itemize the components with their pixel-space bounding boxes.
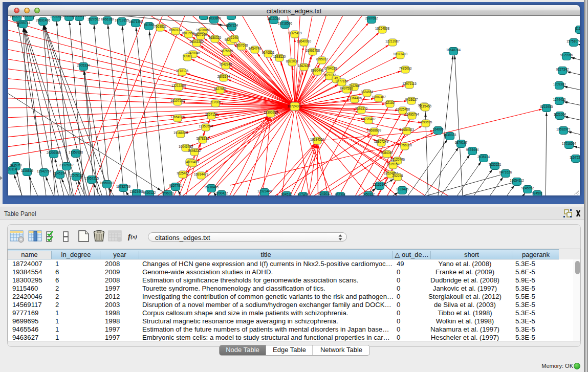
svg-text:16154808: 16154808	[375, 27, 390, 30]
svg-text:16914479: 16914479	[194, 172, 209, 176]
svg-text:19756928: 19756928	[398, 143, 412, 147]
svg-text:19692971: 19692971	[556, 127, 571, 131]
svg-text:11170: 11170	[576, 27, 580, 30]
svg-text:1733426: 1733426	[396, 187, 409, 191]
svg-text:9450122: 9450122	[143, 191, 156, 194]
svg-text:7632621: 7632621	[489, 163, 502, 166]
svg-text:7450112: 7450112	[362, 192, 375, 196]
svg-text:8186325: 8186325	[209, 36, 222, 39]
svg-text:14055714: 14055714	[16, 21, 31, 25]
svg-text:9084067: 9084067	[381, 151, 394, 155]
svg-text:8427552: 8427552	[214, 87, 227, 91]
svg-text:1621064: 1621064	[554, 113, 567, 116]
svg-text:6466160: 6466160	[101, 17, 114, 21]
svg-text:8813054: 8813054	[268, 17, 280, 20]
svg-text:10958107: 10958107	[100, 181, 115, 185]
svg-text:9474444: 9474444	[466, 148, 479, 151]
svg-text:12213967: 12213967	[385, 39, 400, 43]
svg-text:7625402: 7625402	[177, 171, 189, 175]
svg-text:9146821: 9146821	[262, 51, 275, 54]
svg-text:9827509: 9827509	[194, 33, 207, 36]
svg-text:18807249: 18807249	[374, 140, 389, 143]
svg-text:15226058: 15226058	[196, 28, 211, 32]
svg-text:15716485: 15716485	[204, 185, 219, 189]
svg-text:7386372: 7386372	[355, 107, 368, 111]
svg-text:7485063: 7485063	[399, 67, 412, 70]
svg-text:7357224: 7357224	[226, 24, 238, 27]
svg-text:19166825: 19166825	[173, 131, 188, 135]
svg-text:16782759: 16782759	[116, 185, 131, 188]
svg-text:2069146: 2069146	[23, 16, 36, 17]
svg-text:16961758: 16961758	[306, 49, 320, 52]
svg-text:16671355: 16671355	[128, 20, 143, 24]
svg-text:17654925: 17654925	[170, 115, 185, 119]
svg-text:1546: 1546	[231, 36, 238, 39]
svg-text:14055714: 14055714	[10, 16, 25, 18]
svg-text:1209383: 1209383	[553, 82, 566, 86]
svg-text:11353594: 11353594	[199, 124, 213, 128]
svg-text:18300295: 18300295	[264, 111, 278, 114]
svg-text:9245011: 9245011	[318, 192, 331, 195]
svg-text:15720407: 15720407	[361, 117, 376, 121]
svg-text:12213389: 12213389	[171, 84, 186, 87]
svg-text:5498222: 5498222	[188, 149, 201, 152]
svg-text:817402: 817402	[297, 193, 309, 196]
svg-text:17957255: 17957255	[84, 177, 99, 180]
svg-text:8322037: 8322037	[286, 59, 299, 63]
svg-text:1527602: 1527602	[88, 17, 100, 21]
svg-text:12923448: 12923448	[257, 189, 272, 193]
svg-text:7663822: 7663822	[154, 25, 167, 28]
svg-text:1156819: 1156819	[21, 169, 34, 172]
svg-text:904512: 904512	[281, 192, 292, 196]
svg-text:1615152: 1615152	[387, 162, 400, 166]
svg-text:9242848: 9242848	[220, 62, 232, 66]
svg-text:12942757: 12942757	[37, 169, 52, 173]
svg-text:2718176: 2718176	[176, 69, 189, 73]
svg-text:20206565: 20206565	[47, 151, 61, 155]
svg-text:98961: 98961	[183, 54, 192, 58]
svg-text:18640910: 18640910	[297, 39, 312, 43]
svg-text:18724007: 18724007	[287, 104, 302, 108]
svg-text:9657791: 9657791	[169, 184, 182, 187]
svg-text:8454749: 8454749	[249, 47, 262, 50]
svg-text:8215955: 8215955	[540, 105, 553, 108]
svg-text:10807487: 10807487	[372, 95, 386, 99]
svg-text:1065326: 1065326	[50, 16, 63, 18]
svg-text:3675685: 3675685	[221, 49, 233, 53]
svg-text:15751074: 15751074	[567, 39, 580, 43]
svg-text:717008: 717008	[210, 100, 221, 104]
svg-text:20691406: 20691406	[36, 18, 51, 22]
svg-text:1435051: 1435051	[10, 163, 23, 167]
svg-text:1244413: 1244413	[553, 98, 566, 101]
svg-text:10973493: 10973493	[393, 52, 408, 56]
svg-text:2905334: 2905334	[77, 63, 90, 67]
svg-text:19384554: 19384554	[310, 138, 325, 141]
svg-text:11923448: 11923448	[129, 190, 144, 193]
svg-text:23975867: 23975867	[59, 163, 74, 167]
svg-text:19218506: 19218506	[278, 21, 293, 25]
svg-text:16107553: 16107553	[170, 99, 185, 102]
svg-text:10688609: 10688609	[367, 128, 382, 132]
svg-text:6497568: 6497568	[340, 86, 353, 90]
svg-text:7955812: 7955812	[316, 57, 329, 61]
svg-text:9777169: 9777169	[336, 79, 349, 83]
svg-text:11325419: 11325419	[288, 31, 302, 35]
svg-text:8960124: 8960124	[169, 28, 182, 32]
svg-text:(x): (x)	[130, 233, 137, 240]
svg-text:6879197: 6879197	[455, 141, 468, 144]
svg-text:16120746: 16120746	[390, 158, 405, 161]
svg-text:1145194: 1145194	[54, 171, 67, 175]
svg-text:2803144: 2803144	[217, 75, 230, 78]
svg-text:16543382: 16543382	[189, 40, 204, 43]
svg-text:16648784: 16648784	[446, 48, 461, 52]
svg-text:9129966: 9129966	[560, 53, 573, 57]
svg-text:17016504: 17016504	[562, 142, 577, 145]
svg-text:21364436: 21364436	[347, 96, 362, 100]
svg-text:252254: 252254	[392, 174, 403, 178]
svg-text:9699695: 9699695	[420, 120, 432, 124]
svg-text:1362615: 1362615	[298, 64, 311, 68]
svg-text:662301: 662301	[335, 193, 346, 196]
svg-text:12505135: 12505135	[69, 173, 84, 177]
svg-text:9227342: 9227342	[556, 68, 569, 71]
svg-text:2867608: 2867608	[235, 43, 248, 47]
